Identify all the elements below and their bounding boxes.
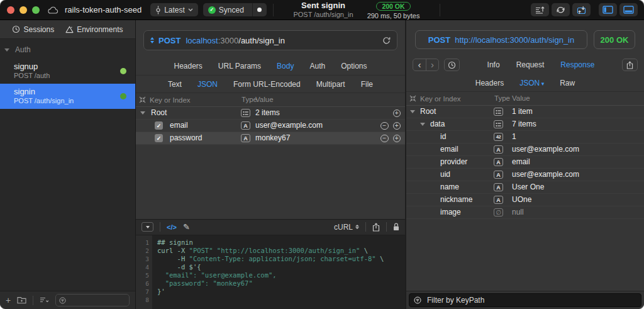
row-key[interactable]: email xyxy=(170,120,188,132)
sidebar-item-signin[interactable]: signinPOST /auth/sign_in xyxy=(0,84,135,109)
sidebar-tab-environments[interactable]: Environments xyxy=(65,25,123,34)
reorder-requests-button[interactable] xyxy=(531,3,549,16)
tab-json[interactable]: JSON xyxy=(197,80,218,89)
row-value[interactable]: monkey67 xyxy=(255,132,290,144)
new-group-button[interactable] xyxy=(17,296,26,304)
row-value[interactable]: user@example.com xyxy=(512,169,579,181)
table-row[interactable]: Root1 item xyxy=(406,106,644,118)
tab-headers[interactable]: Headers xyxy=(475,79,504,87)
row-value[interactable]: User One xyxy=(512,181,544,193)
table-row[interactable]: emailAuser@example.com xyxy=(406,143,644,156)
collapse-all-icon[interactable] xyxy=(139,96,146,103)
row-key[interactable]: Root xyxy=(151,107,167,119)
tab-body[interactable]: Body xyxy=(277,62,294,70)
add-row-button[interactable]: + xyxy=(393,135,401,143)
tab-response[interactable]: Response xyxy=(560,60,594,69)
disclosure-triangle[interactable] xyxy=(410,110,415,113)
row-value[interactable]: null xyxy=(512,206,524,218)
import-export-button[interactable] xyxy=(572,3,591,16)
row-value[interactable]: UOne xyxy=(512,194,531,206)
remove-row-button[interactable]: − xyxy=(380,122,389,130)
tab-options[interactable]: Options xyxy=(341,62,367,70)
tab-info[interactable]: Info xyxy=(487,60,500,69)
url-path[interactable]: /auth/sign_in xyxy=(238,36,285,45)
row-value[interactable]: user@example.com xyxy=(512,143,579,155)
row-key[interactable]: provider xyxy=(440,156,467,168)
lock-code-button[interactable] xyxy=(393,223,399,231)
row-key[interactable]: password xyxy=(170,132,202,144)
table-row[interactable]: ✓passwordAmonkey67−+ xyxy=(136,132,405,145)
row-checkbox[interactable]: ✓ xyxy=(155,134,163,142)
tab-auth[interactable]: Auth xyxy=(309,62,325,70)
row-value[interactable]: email xyxy=(512,156,530,168)
table-row[interactable]: providerAemail xyxy=(406,156,644,169)
table-row[interactable]: id421 xyxy=(406,131,644,143)
tab-form-url-encoded[interactable]: Form URL-Encoded xyxy=(233,80,301,89)
url-port[interactable]: :3000 xyxy=(218,36,239,45)
table-row[interactable]: nameAUser One xyxy=(406,181,644,194)
method-label[interactable]: POST xyxy=(158,36,180,45)
table-row[interactable]: data7 items xyxy=(406,118,644,131)
next-exchange-button[interactable]: › xyxy=(426,59,438,70)
keypath-filter-input[interactable] xyxy=(426,295,636,305)
table-row[interactable]: uidAuser@example.com xyxy=(406,169,644,181)
remove-row-button[interactable]: − xyxy=(380,135,389,143)
sidebar-item-signup[interactable]: signupPOST /auth xyxy=(0,59,135,84)
disclosure-triangle[interactable] xyxy=(140,111,145,115)
tab-text[interactable]: Text xyxy=(168,80,182,89)
code-editor[interactable]: ## signincurl -X "POST" "http://localhos… xyxy=(152,235,405,309)
row-value[interactable]: 2 items xyxy=(255,107,280,119)
toggle-bottom-panel-button[interactable] xyxy=(619,3,638,16)
sidebar-tab-sessions[interactable]: Sessions xyxy=(12,25,54,34)
row-key[interactable]: email xyxy=(440,143,458,155)
share-code-button[interactable] xyxy=(372,223,380,232)
sync-status-control[interactable]: ✓ Synced xyxy=(203,3,267,16)
table-row[interactable]: nicknameAUOne xyxy=(406,194,644,206)
tab-multipart[interactable]: Multipart xyxy=(316,80,345,89)
row-key[interactable]: image xyxy=(440,206,461,218)
minimize-window-button[interactable] xyxy=(19,6,27,14)
toggle-sidebar-button[interactable] xyxy=(599,3,617,16)
sync-requests-button[interactable] xyxy=(552,3,570,16)
code-format-dropdown[interactable]: cURL xyxy=(334,223,359,232)
request-group-header[interactable]: Auth xyxy=(0,39,135,59)
tab-request[interactable]: Request xyxy=(516,60,545,69)
tab-headers[interactable]: Headers xyxy=(174,62,202,70)
add-row-button[interactable]: + xyxy=(393,110,401,118)
add-row-button[interactable]: + xyxy=(393,122,401,130)
sync-toggle[interactable] xyxy=(252,3,267,16)
table-row[interactable]: image∅null xyxy=(406,206,644,219)
exchange-history-button[interactable] xyxy=(444,59,460,71)
table-row[interactable]: ✓emailAuser@example.com−+ xyxy=(136,120,405,132)
url-host[interactable]: localhost xyxy=(186,36,218,45)
method-stepper-icon[interactable] xyxy=(150,37,154,43)
zoom-window-button[interactable] xyxy=(32,6,40,14)
url-bar[interactable]: POST localhost:3000/auth/sign_in xyxy=(143,30,397,50)
share-response-button[interactable] xyxy=(622,59,638,71)
row-key[interactable]: data xyxy=(430,118,445,130)
keypath-filter-field[interactable] xyxy=(409,293,641,307)
row-key[interactable]: uid xyxy=(440,169,450,181)
row-value[interactable]: 1 item xyxy=(512,106,533,118)
send-request-button[interactable] xyxy=(382,37,391,45)
sidebar-filter-field[interactable] xyxy=(55,294,130,306)
edit-code-button[interactable]: ✎ xyxy=(183,223,190,231)
response-request-summary[interactable]: POST http://localhost:3000/auth/sign_in xyxy=(415,30,587,49)
tab-json[interactable]: JSON ▾ xyxy=(519,79,544,87)
row-value[interactable]: 7 items xyxy=(512,118,536,130)
code-editor-area[interactable]: 12345678 ## signincurl -X "POST" "http:/… xyxy=(136,235,405,309)
row-value[interactable]: 1 xyxy=(512,131,516,143)
tab-file[interactable]: File xyxy=(361,80,373,89)
code-panel-dropdown-button[interactable] xyxy=(142,222,153,232)
row-key[interactable]: Root xyxy=(420,106,436,118)
row-checkbox[interactable]: ✓ xyxy=(155,121,163,130)
row-value[interactable]: user@example.com xyxy=(255,120,323,132)
tab-raw[interactable]: Raw xyxy=(560,79,575,87)
add-request-button[interactable]: + xyxy=(6,296,11,305)
tab-url-params[interactable]: URL Params xyxy=(218,62,261,70)
code-view-button[interactable]: </> xyxy=(167,223,177,231)
row-key[interactable]: nickname xyxy=(440,194,472,206)
disclosure-triangle[interactable] xyxy=(420,123,425,126)
version-dropdown[interactable]: Latest xyxy=(150,3,198,16)
row-key[interactable]: name xyxy=(440,181,459,193)
